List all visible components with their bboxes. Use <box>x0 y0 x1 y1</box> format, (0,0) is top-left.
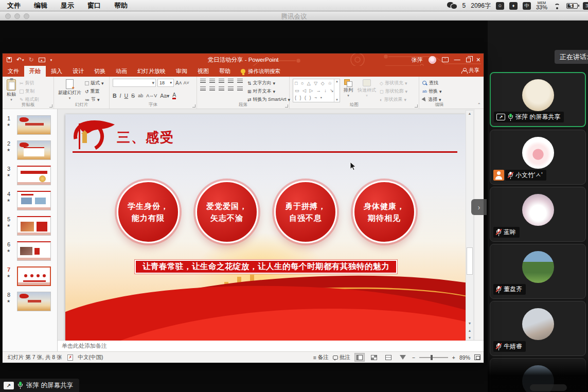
share-button[interactable]: 共享 <box>461 67 479 74</box>
bullets-button[interactable] <box>200 79 206 83</box>
numbering-button[interactable] <box>209 79 215 83</box>
slide-title[interactable]: 三、感受 <box>117 129 174 147</box>
shape-fill-button[interactable]: ◇ 形状填充 ▾ <box>380 80 407 86</box>
account-name[interactable]: 张萍 <box>412 56 423 64</box>
decrease-indent-button[interactable] <box>219 79 224 83</box>
arrange-button[interactable]: 排列▾ <box>343 79 354 98</box>
circle-striving[interactable]: 勇于拼搏，自强不息 <box>274 181 337 243</box>
battery-icon[interactable]: ↯ <box>566 3 578 9</box>
italic-button[interactable]: I <box>120 93 121 99</box>
zoom-slider-thumb[interactable] <box>431 355 433 360</box>
minimize-button[interactable]: — <box>454 57 460 63</box>
text-shadow-button[interactable]: ab <box>138 93 143 98</box>
align-text-button[interactable]: ⊞ 对齐文本 ▾ <box>247 88 290 95</box>
menu-window[interactable]: 窗口 <box>87 1 101 10</box>
cropped-menu-icon[interactable]: Ǝ <box>583 2 588 10</box>
memory-status[interactable]: MEM 33% <box>536 1 547 10</box>
zoom-in-button[interactable]: + <box>452 354 455 361</box>
cut-button[interactable]: ✂ 剪切 <box>20 80 39 86</box>
font-dialog-launcher[interactable] <box>192 104 195 108</box>
slideshow-view-button[interactable] <box>398 353 408 362</box>
tab-view[interactable]: 视图 <box>192 66 214 77</box>
reading-view-button[interactable] <box>383 353 394 362</box>
reset-button[interactable]: ↺ 重置 <box>85 88 104 95</box>
restore-button[interactable] <box>466 58 471 62</box>
underline-button[interactable]: U <box>124 93 129 99</box>
menu-edit[interactable]: 编辑 <box>34 1 47 10</box>
justify-button[interactable] <box>228 86 234 91</box>
redo-button[interactable]: ↻ <box>29 57 34 63</box>
bold-button[interactable]: B <box>113 93 117 99</box>
participant-tile-zhangping[interactable]: ↗ 张萍 的屏幕共享 <box>490 72 586 127</box>
quick-styles-button[interactable]: 快速样式▾ <box>357 79 377 98</box>
drawing-dialog-launcher[interactable] <box>415 104 418 108</box>
thumbnail-slide-4[interactable]: 4★ <box>3 190 57 215</box>
participant-tile-dongpanqi[interactable]: 董盘齐 <box>490 244 586 299</box>
align-center-button[interactable] <box>209 86 215 91</box>
save-button[interactable] <box>7 57 12 62</box>
tell-me-search[interactable]: 操作说明搜索 <box>236 66 286 77</box>
account-avatar[interactable] <box>429 56 436 64</box>
tab-file[interactable]: 文件 <box>3 66 24 77</box>
participant-tile-xiaowenzhu[interactable]: 小文竹'ㅅ' <box>490 130 586 185</box>
slide-canvas[interactable]: 三、感受 学生身份，能力有限 爱党爱国，矢志不渝 <box>65 114 466 341</box>
line-spacing-button[interactable] <box>237 79 243 83</box>
menu-help[interactable]: 帮助 <box>114 1 128 10</box>
thumbnail-slide-1[interactable]: 1★ <box>3 114 57 139</box>
layout-button[interactable]: 版式 ▾ <box>85 80 104 86</box>
participant-tile-niujingrui[interactable]: 牛婧睿 <box>490 301 586 356</box>
microphone-menu-icon[interactable]: ♦ <box>509 2 518 10</box>
tab-home[interactable]: 开始 <box>24 66 46 77</box>
fit-to-window-button[interactable] <box>474 354 480 360</box>
wifi-icon[interactable] <box>553 3 561 9</box>
previous-slide-button[interactable]: ▲ <box>466 329 473 332</box>
notes-toggle-button[interactable]: ≡ 备注 <box>313 354 329 361</box>
next-slide-button[interactable]: ▼ <box>466 336 473 340</box>
thumbnail-slide-8[interactable]: 8★ <box>3 291 57 316</box>
close-button[interactable]: × <box>476 56 480 63</box>
customize-qat-button[interactable]: ▾ <box>50 58 52 62</box>
columns-button[interactable] <box>237 86 243 91</box>
thumbnail-slide-2[interactable]: 2★ <box>3 139 57 165</box>
shapes-gallery-scroll[interactable]: ▲▼ <box>334 79 340 102</box>
ribbon-display-options-button[interactable]: ˆ <box>442 57 449 62</box>
replace-button[interactable]: ab 替换 ▾ <box>422 88 441 95</box>
thumbnail-slide-7-selected[interactable]: 7★ <box>3 265 57 291</box>
increase-indent-button[interactable] <box>228 79 234 83</box>
tab-slideshow[interactable]: 幻灯片放映 <box>132 66 171 77</box>
copy-button[interactable]: 复制 <box>20 88 39 95</box>
paragraph-dialog-launcher[interactable] <box>285 104 288 108</box>
font-size-dropdown[interactable]: 18▾ <box>157 79 174 87</box>
shrink-font-button[interactable]: A˅ <box>184 80 189 85</box>
thumbnail-slide-5[interactable]: 5★ <box>3 215 57 240</box>
circle-student[interactable]: 学生身份，能力有限 <box>117 181 180 243</box>
find-button[interactable]: 查找 <box>422 80 441 86</box>
strikethrough-button[interactable]: S <box>131 93 135 99</box>
thumbnail-slide-3[interactable]: 3★ <box>3 165 57 190</box>
menu-file[interactable]: 文件 <box>7 1 21 10</box>
tab-transitions[interactable]: 切换 <box>89 66 111 77</box>
slide-sorter-view-button[interactable] <box>369 353 379 362</box>
paste-button[interactable]: 粘贴▾ <box>6 79 17 102</box>
tab-insert[interactable]: 插入 <box>46 66 67 77</box>
normal-view-button[interactable] <box>354 353 365 362</box>
text-direction-button[interactable]: ⇅ 文字方向 ▾ <box>247 80 290 86</box>
slide-banner[interactable]: 让青春常驻，让生命之花绽放，让人生的每个时期都有其独特的魅力 <box>135 260 397 274</box>
circle-health[interactable]: 身体健康，期待相见 <box>353 181 416 243</box>
change-case-button[interactable]: Aa▾ <box>160 93 169 99</box>
menu-view[interactable]: 显示 <box>61 1 74 10</box>
participant-tile-lanmou[interactable]: 蓝眸 <box>490 187 586 242</box>
shapes-gallery[interactable]: □ ○ △ ▽ ◇ ☆ ▭ ◁ ▷ → ↓ ↘ { } ( ) ~ • ▲▼ <box>293 79 340 102</box>
tab-animations[interactable]: 动画 <box>111 66 132 77</box>
vertical-scrollbar[interactable]: ▲ ▼ ▲ ▼ <box>466 110 474 341</box>
scroll-up-arrow[interactable]: ▲ <box>466 112 473 115</box>
tab-design[interactable]: 设计 <box>67 66 89 77</box>
notes-pane[interactable]: 单击此处添加备注 <box>58 340 484 351</box>
new-slide-button[interactable]: 新建幻灯片▾ <box>57 79 82 101</box>
clipboard-dialog-launcher[interactable] <box>49 104 52 108</box>
emoji-menu-icon[interactable]: ☺ <box>496 2 504 10</box>
font-name-dropdown[interactable]: ▾ <box>113 79 156 87</box>
spellcheck-icon[interactable] <box>67 354 73 361</box>
scrollbar-thumb[interactable] <box>467 247 473 275</box>
zoom-out-button[interactable]: − <box>412 354 415 361</box>
